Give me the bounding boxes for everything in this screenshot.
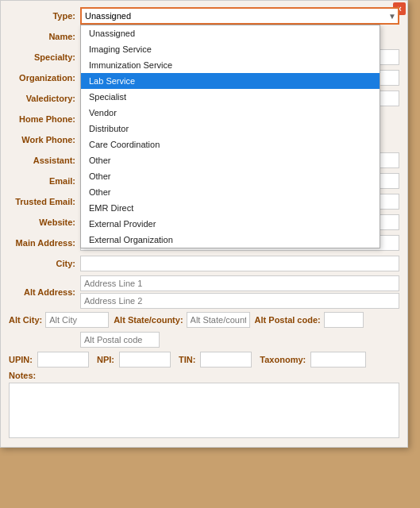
assistant-label: Assistant: — [9, 156, 80, 165]
type-select-wrapper: Unassigned ▼ — [80, 7, 399, 25]
main-address-label: Main Address: — [9, 238, 80, 248]
alt-address-line2[interactable] — [80, 293, 399, 309]
alt-address-label: Alt Address: — [9, 287, 80, 297]
notes-textarea[interactable] — [9, 383, 399, 438]
alt-city-input[interactable] — [45, 312, 109, 328]
alt-address-row: Alt Address: — [9, 275, 399, 309]
valedictory-label: Valedictory: — [9, 94, 80, 103]
notes-section: Notes: — [9, 371, 399, 441]
alt-city-row: Alt City: Alt State/county: Alt Postal c… — [9, 312, 399, 328]
dropdown-item[interactable]: Imaging Service — [81, 41, 380, 57]
alt-postal-row — [9, 331, 399, 348]
dropdown-item[interactable]: Distributor — [81, 121, 380, 137]
alt-state-input[interactable] — [187, 312, 250, 328]
alt-state-label: Alt State/county: — [114, 315, 183, 325]
trusted-email-label: Trusted Email: — [9, 197, 80, 206]
npi-label: NPI: — [97, 355, 114, 364]
dropdown-item[interactable]: Other — [81, 152, 380, 168]
dropdown-item[interactable]: Care Coordination — [81, 137, 380, 152]
website-label: Website: — [9, 217, 80, 227]
upin-row: UPIN: NPI: TIN: Taxonomy: — [9, 352, 399, 368]
tin-input[interactable] — [200, 352, 252, 368]
alt-postal-label: Alt Postal code: — [255, 315, 321, 325]
dropdown-item[interactable]: Other — [81, 184, 380, 200]
dropdown-item[interactable]: Vendor — [81, 105, 380, 121]
alt-postal-input[interactable] — [324, 312, 364, 328]
dropdown-item[interactable]: Lab Service — [81, 73, 380, 89]
upin-input[interactable] — [37, 352, 89, 368]
type-select[interactable]: Unassigned — [80, 7, 399, 25]
type-label: Type: — [9, 11, 80, 21]
upin-label: UPIN: — [9, 355, 33, 364]
dropdown-item[interactable]: EMR Direct — [81, 200, 380, 216]
dropdown-item[interactable]: Specialist — [81, 89, 380, 105]
city-input[interactable] — [80, 256, 399, 271]
organization-label: Organization: — [9, 73, 80, 83]
type-row: Type: Unassigned ▼ — [9, 7, 399, 25]
dropdown-item[interactable]: Unassigned — [81, 25, 380, 41]
notes-label: Notes: — [9, 371, 399, 380]
alt-address-fields — [80, 275, 399, 309]
taxonomy-label: Taxonomy: — [260, 355, 306, 364]
modal-container: × Type: Unassigned ▼ Name: Specialty: Or… — [0, 0, 408, 448]
npi-input[interactable] — [119, 352, 171, 368]
specialty-label: Specialty: — [9, 52, 80, 62]
home-phone-label: Home Phone: — [9, 114, 80, 124]
alt-city-label: Alt City: — [9, 315, 42, 325]
city-row: City: — [9, 255, 399, 272]
alt-address-line1[interactable] — [80, 275, 399, 291]
city-label: City: — [9, 259, 80, 268]
work-phone-label: Work Phone: — [9, 135, 80, 144]
email-label: Email: — [9, 176, 80, 186]
taxonomy-input[interactable] — [310, 352, 366, 368]
dropdown-item[interactable]: Immunization Service — [81, 57, 380, 73]
dropdown-item[interactable]: External Organization — [81, 232, 380, 248]
dropdown-item[interactable]: Other — [81, 168, 380, 184]
type-dropdown: UnassignedImaging ServiceImmunization Se… — [80, 25, 380, 248]
name-label: Name: — [9, 32, 80, 41]
dropdown-item[interactable]: External Provider — [81, 216, 380, 232]
tin-label: TIN: — [179, 355, 195, 364]
alt-postal-code-input[interactable] — [80, 332, 160, 348]
